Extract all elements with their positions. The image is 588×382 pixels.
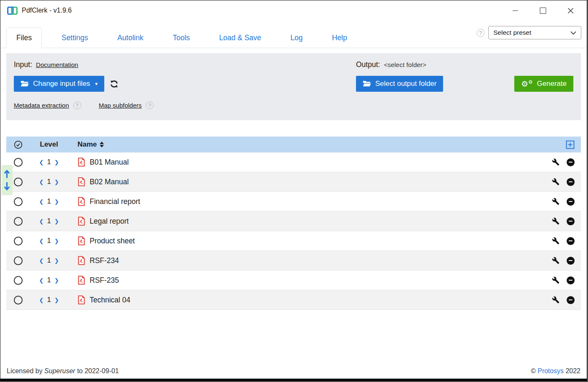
tab[interactable]: Load & Save bbox=[209, 28, 271, 48]
level-increase-icon[interactable]: ❯ bbox=[54, 238, 59, 244]
level-decrease-icon[interactable]: ❮ bbox=[39, 238, 44, 244]
level-increase-icon[interactable]: ❯ bbox=[54, 160, 59, 165]
wrench-icon bbox=[552, 158, 560, 166]
select-output-folder-button[interactable]: Select output folder bbox=[356, 76, 443, 92]
level-decrease-icon[interactable]: ❮ bbox=[39, 219, 44, 224]
input-label: Input: bbox=[14, 60, 32, 69]
level-increase-icon[interactable]: ❯ bbox=[54, 297, 59, 303]
row-radio[interactable] bbox=[14, 237, 23, 245]
refresh-input-button[interactable] bbox=[110, 80, 119, 88]
add-file-button[interactable] bbox=[566, 140, 575, 149]
change-input-files-label: Change input files bbox=[33, 80, 90, 88]
row-settings-button[interactable] bbox=[552, 158, 560, 166]
pdf-file-icon bbox=[77, 276, 85, 285]
level-increase-icon[interactable]: ❯ bbox=[54, 258, 59, 263]
tab[interactable]: Files bbox=[6, 28, 42, 48]
close-button[interactable] bbox=[557, 0, 584, 21]
row-settings-button[interactable] bbox=[552, 276, 560, 284]
generate-button[interactable]: ⚙⚙ Generate bbox=[514, 76, 573, 92]
tab-bar: Files Settings Autolink Tools Load & Sav… bbox=[0, 21, 587, 48]
row-radio[interactable] bbox=[14, 296, 23, 305]
table-row: ❮ 1 ❯ RSF-234 bbox=[6, 251, 581, 271]
tab[interactable]: Tools bbox=[163, 28, 199, 48]
minus-icon bbox=[569, 260, 573, 261]
level-decrease-icon[interactable]: ❮ bbox=[39, 199, 44, 204]
change-input-files-button[interactable]: Change input files ▾ bbox=[14, 76, 104, 92]
tab[interactable]: Autolink bbox=[108, 28, 153, 48]
file-name: RSF-235 bbox=[90, 276, 119, 285]
minimize-button[interactable] bbox=[501, 0, 529, 21]
table-header: Level Name bbox=[6, 137, 581, 152]
table-row: ❮ 1 ❯ Financial report bbox=[6, 192, 581, 212]
preset-select[interactable]: Select preset bbox=[488, 26, 581, 39]
row-radio[interactable] bbox=[14, 217, 23, 226]
wrench-icon bbox=[552, 276, 560, 284]
row-settings-button[interactable] bbox=[552, 237, 560, 245]
file-name: Financial report bbox=[90, 197, 140, 206]
row-radio[interactable] bbox=[14, 158, 23, 167]
maximize-button[interactable] bbox=[529, 0, 557, 21]
table-row: ❮ 1 ❯ Technical 04 bbox=[6, 290, 581, 310]
level-decrease-icon[interactable]: ❮ bbox=[39, 258, 44, 263]
level-increase-icon[interactable]: ❯ bbox=[54, 219, 59, 224]
remove-row-button[interactable] bbox=[567, 198, 575, 206]
preset-area: ? Select preset bbox=[477, 26, 581, 39]
folder-open-icon bbox=[21, 80, 29, 87]
row-settings-button[interactable] bbox=[552, 198, 560, 205]
wrench-icon bbox=[552, 257, 560, 264]
level-decrease-icon[interactable]: ❮ bbox=[39, 179, 44, 185]
io-panel: Input: Documentation Change input files … bbox=[6, 53, 581, 120]
remove-row-button[interactable] bbox=[567, 178, 575, 186]
remove-row-button[interactable] bbox=[567, 296, 575, 304]
company-link[interactable]: Protosys bbox=[538, 367, 564, 374]
move-down-icon[interactable] bbox=[3, 181, 10, 191]
map-subfolders-help-icon[interactable]: ? bbox=[146, 101, 154, 109]
level-value: 1 bbox=[47, 178, 51, 186]
file-name: Technical 04 bbox=[90, 296, 130, 305]
level-value: 1 bbox=[47, 197, 51, 206]
app-logo-icon bbox=[7, 5, 18, 16]
level-increase-icon[interactable]: ❯ bbox=[54, 278, 59, 283]
table-row: ❮ 1 ❯ B01 Manual bbox=[6, 152, 581, 172]
chevron-down-icon bbox=[570, 31, 576, 35]
row-settings-button[interactable] bbox=[552, 296, 560, 304]
metadata-extraction-link[interactable]: Metadata extraction bbox=[14, 102, 69, 109]
minimize-icon bbox=[513, 10, 518, 11]
tab-list: Files Settings Autolink Tools Load & Sav… bbox=[6, 28, 367, 48]
move-up-icon[interactable] bbox=[3, 169, 10, 179]
remove-row-button[interactable] bbox=[567, 217, 575, 225]
refresh-icon bbox=[110, 80, 119, 88]
level-decrease-icon[interactable]: ❮ bbox=[39, 160, 44, 165]
remove-row-button[interactable] bbox=[567, 276, 575, 284]
tab[interactable]: Log bbox=[281, 28, 312, 48]
row-radio[interactable] bbox=[14, 276, 23, 285]
level-decrease-icon[interactable]: ❮ bbox=[39, 297, 44, 303]
wrench-icon bbox=[552, 296, 560, 304]
tab[interactable]: Settings bbox=[52, 28, 98, 48]
remove-row-button[interactable] bbox=[567, 237, 575, 245]
row-settings-button[interactable] bbox=[552, 178, 560, 186]
metadata-help-icon[interactable]: ? bbox=[73, 101, 81, 109]
row-radio[interactable] bbox=[14, 197, 23, 206]
row-settings-button[interactable] bbox=[552, 217, 560, 225]
window-title: PdfClerk - v1.9.6 bbox=[22, 7, 72, 14]
preset-help-icon[interactable]: ? bbox=[477, 29, 485, 37]
row-settings-button[interactable] bbox=[552, 257, 560, 264]
input-folder-link[interactable]: Documentation bbox=[36, 61, 78, 68]
select-all-icon[interactable] bbox=[14, 140, 23, 149]
level-decrease-icon[interactable]: ❮ bbox=[39, 278, 44, 283]
map-subfolders-link[interactable]: Map subfolders bbox=[99, 102, 142, 109]
level-increase-icon[interactable]: ❯ bbox=[54, 199, 59, 204]
row-radio[interactable] bbox=[14, 178, 23, 186]
tab[interactable]: Help bbox=[322, 28, 357, 48]
table-row: ❮ 1 ❯ Legal report bbox=[6, 212, 581, 231]
table-body: ❮ 1 ❯ B01 Manual bbox=[6, 152, 581, 310]
name-column-header[interactable]: Name bbox=[77, 140, 104, 149]
remove-row-button[interactable] bbox=[567, 158, 575, 166]
level-increase-icon[interactable]: ❯ bbox=[54, 179, 59, 185]
gears-icon: ⚙⚙ bbox=[521, 80, 533, 88]
file-name: Product sheet bbox=[90, 237, 135, 245]
table-row: ❮ 1 ❯ RSF-235 bbox=[6, 271, 581, 290]
remove-row-button[interactable] bbox=[567, 257, 575, 265]
row-radio[interactable] bbox=[14, 256, 23, 265]
